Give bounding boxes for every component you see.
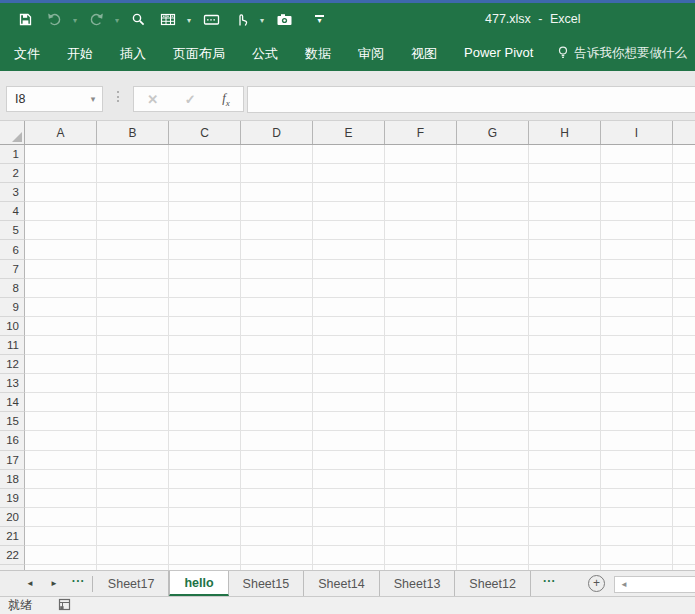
cell[interactable] <box>25 240 97 259</box>
cell[interactable] <box>241 336 313 355</box>
cell[interactable] <box>673 240 695 259</box>
column-header-b[interactable]: B <box>97 121 169 144</box>
cell[interactable] <box>673 317 695 336</box>
cell[interactable] <box>313 145 385 164</box>
cell[interactable] <box>457 183 529 202</box>
cell[interactable] <box>97 240 169 259</box>
cell[interactable] <box>313 202 385 221</box>
cell[interactable] <box>25 298 97 317</box>
cell[interactable] <box>25 374 97 393</box>
cell[interactable] <box>25 145 97 164</box>
cell[interactable] <box>529 489 601 508</box>
column-header-h[interactable]: H <box>529 121 601 144</box>
cell[interactable] <box>97 489 169 508</box>
cell[interactable] <box>601 240 673 259</box>
cell[interactable] <box>385 393 457 412</box>
cell[interactable] <box>97 202 169 221</box>
redo-dropdown-caret[interactable]: ▾ <box>115 16 119 25</box>
cell[interactable] <box>673 393 695 412</box>
column-header-partial[interactable] <box>673 121 695 144</box>
column-header-g[interactable]: G <box>457 121 529 144</box>
table-tool-dropdown-caret[interactable]: ▾ <box>187 16 191 25</box>
cell[interactable] <box>529 470 601 489</box>
undo-dropdown-caret[interactable]: ▾ <box>73 16 77 25</box>
column-header-a[interactable]: A <box>25 121 97 144</box>
cell[interactable] <box>385 240 457 259</box>
cell[interactable] <box>25 279 97 298</box>
cell[interactable] <box>457 355 529 374</box>
cell[interactable] <box>25 412 97 431</box>
cell[interactable] <box>25 527 97 546</box>
row-header-7[interactable]: 7 <box>0 260 25 279</box>
cell[interactable] <box>385 451 457 470</box>
cell[interactable] <box>25 183 97 202</box>
cell[interactable] <box>457 393 529 412</box>
cell[interactable] <box>241 317 313 336</box>
cell[interactable] <box>673 470 695 489</box>
cell[interactable] <box>313 221 385 240</box>
cell[interactable] <box>97 431 169 450</box>
cell[interactable] <box>457 279 529 298</box>
cell[interactable] <box>673 183 695 202</box>
row-header-6[interactable]: 6 <box>0 240 25 259</box>
cell[interactable] <box>169 298 241 317</box>
cell[interactable] <box>457 470 529 489</box>
cell[interactable] <box>97 298 169 317</box>
cell[interactable] <box>313 489 385 508</box>
cell[interactable] <box>169 527 241 546</box>
cell[interactable] <box>313 546 385 565</box>
ribbon-tab-formulas[interactable]: 公式 <box>252 45 278 63</box>
cell[interactable] <box>313 470 385 489</box>
cell[interactable] <box>385 221 457 240</box>
cell[interactable] <box>25 202 97 221</box>
camera-button[interactable] <box>272 8 297 32</box>
cell[interactable] <box>169 451 241 470</box>
cell[interactable] <box>169 260 241 279</box>
cell[interactable] <box>241 374 313 393</box>
cell[interactable] <box>385 336 457 355</box>
cell[interactable] <box>169 336 241 355</box>
cell[interactable] <box>529 374 601 393</box>
cell[interactable] <box>385 317 457 336</box>
cell[interactable] <box>241 164 313 183</box>
cell[interactable] <box>457 145 529 164</box>
tell-me-box[interactable]: 告诉我你想要做什么 <box>556 45 688 63</box>
select-all-button[interactable] <box>0 121 25 144</box>
cell[interactable] <box>25 431 97 450</box>
cell[interactable] <box>169 164 241 183</box>
cell[interactable] <box>529 260 601 279</box>
cell[interactable] <box>169 183 241 202</box>
cell[interactable] <box>601 489 673 508</box>
sheets-overflow-left[interactable]: ... <box>66 571 91 596</box>
cell[interactable] <box>313 298 385 317</box>
cell[interactable] <box>169 374 241 393</box>
cell[interactable] <box>529 317 601 336</box>
cell[interactable] <box>385 527 457 546</box>
cell[interactable] <box>673 527 695 546</box>
cell[interactable] <box>529 412 601 431</box>
cell[interactable] <box>529 527 601 546</box>
cell[interactable] <box>25 470 97 489</box>
cell[interactable] <box>529 451 601 470</box>
cell[interactable] <box>241 489 313 508</box>
cell[interactable] <box>673 431 695 450</box>
cell[interactable] <box>97 451 169 470</box>
row-header-3[interactable]: 3 <box>0 183 25 202</box>
cell[interactable] <box>313 508 385 527</box>
cell[interactable] <box>601 145 673 164</box>
cell[interactable] <box>601 393 673 412</box>
cell[interactable] <box>529 298 601 317</box>
cell[interactable] <box>241 260 313 279</box>
row-header-19[interactable]: 19 <box>0 489 25 508</box>
formula-input[interactable] <box>247 86 695 113</box>
cell[interactable] <box>169 279 241 298</box>
cell[interactable] <box>241 431 313 450</box>
cell[interactable] <box>25 221 97 240</box>
cell[interactable] <box>97 279 169 298</box>
cell[interactable] <box>529 164 601 183</box>
sheet-tab-sheet12[interactable]: Sheet12 <box>455 571 531 596</box>
cell[interactable] <box>97 260 169 279</box>
sheets-overflow-right[interactable]: ... <box>537 571 562 596</box>
cell[interactable] <box>241 355 313 374</box>
cell[interactable] <box>601 260 673 279</box>
